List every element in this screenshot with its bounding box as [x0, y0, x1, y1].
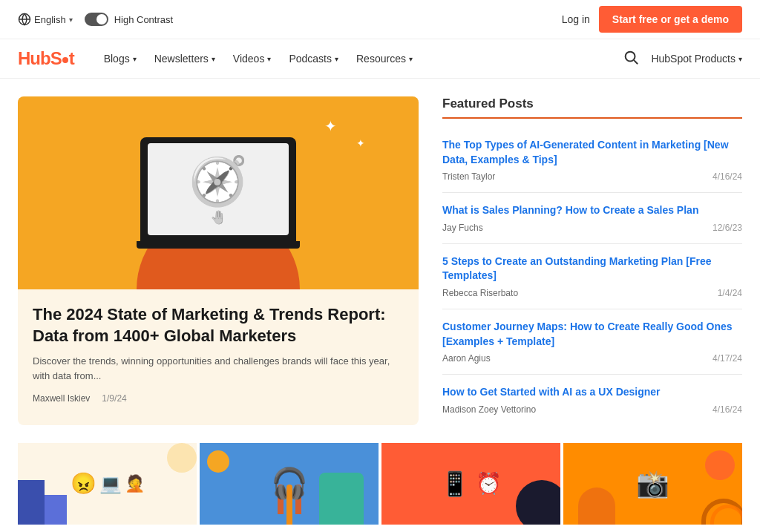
- featured-posts-title: Featured Posts: [442, 96, 742, 119]
- toggle-knob: [96, 14, 107, 24]
- card-2-icon: 🎧: [271, 466, 308, 501]
- post-title[interactable]: The Top Types of AI-Generated Content in…: [442, 138, 742, 167]
- newsletters-chevron: ▾: [212, 55, 215, 63]
- login-button[interactable]: Log in: [562, 13, 590, 25]
- card-1-laptop-icon: 💻: [99, 473, 122, 494]
- high-contrast-toggle[interactable]: High Contrast: [85, 13, 173, 26]
- nav-podcasts[interactable]: Podcasts ▾: [289, 53, 338, 65]
- hero-body: The 2024 State of Marketing & Trends Rep…: [18, 289, 419, 421]
- sparkle-icon: ✦: [324, 117, 337, 135]
- sparkle-icon-2: ✦: [356, 137, 365, 149]
- high-contrast-label: High Contrast: [114, 14, 173, 25]
- toggle-switch[interactable]: [85, 13, 108, 26]
- hero-title: The 2024 State of Marketing & Trends Rep…: [33, 304, 404, 347]
- hubspot-logo[interactable]: HubSt: [18, 48, 74, 69]
- nav-newsletters[interactable]: Newsletters ▾: [154, 53, 215, 65]
- bottom-card-4[interactable]: 📸: [563, 443, 742, 525]
- main-nav: HubSt Blogs ▾ Newsletters ▾ Videos ▾ Pod…: [0, 39, 760, 79]
- svg-point-1: [626, 51, 635, 61]
- blogs-chevron: ▾: [133, 55, 137, 63]
- post-author: Jay Fuchs: [442, 223, 483, 233]
- post-title[interactable]: How to Get Started with AI as a UX Desig…: [442, 385, 742, 400]
- products-chevron: ▾: [738, 55, 742, 63]
- bottom-cards-row: 😠 💻 🤦 🎧 📱 ⏰ 📸: [0, 443, 760, 532]
- bottom-card-3[interactable]: 📱 ⏰: [381, 443, 560, 525]
- cta-button[interactable]: Start free or get a demo: [599, 6, 742, 33]
- top-bar: English ▾ High Contrast Log in Start fre…: [0, 0, 760, 39]
- top-bar-right: Log in Start free or get a demo: [562, 6, 742, 33]
- post-title[interactable]: 5 Steps to Create an Outstanding Marketi…: [442, 254, 742, 283]
- post-meta: Aaron Agius 4/17/24: [442, 353, 742, 364]
- list-item: 5 Steps to Create an Outstanding Marketi…: [442, 244, 742, 309]
- language-label: English: [34, 14, 66, 25]
- videos-chevron: ▾: [267, 55, 271, 63]
- list-item: The Top Types of AI-Generated Content in…: [442, 128, 742, 193]
- search-icon[interactable]: [623, 49, 639, 69]
- card-1-icon: 😠: [71, 471, 96, 496]
- globe-icon: [18, 13, 31, 26]
- post-meta: Rebecca Riserbato 1/4/24: [442, 288, 742, 298]
- hero-image: ✦ ✦ 🧭 🤚: [18, 96, 419, 289]
- hero-meta: Maxwell Iskiev 1/9/24: [33, 393, 404, 404]
- nav-resources[interactable]: Resources ▾: [356, 53, 413, 65]
- post-author: Tristen Taylor: [442, 171, 495, 182]
- list-item: What is Sales Planning? How to Create a …: [442, 193, 742, 244]
- nav-right: HubSpot Products ▾: [623, 49, 742, 69]
- nav-items: Blogs ▾ Newsletters ▾ Videos ▾ Podcasts …: [104, 53, 600, 65]
- post-title[interactable]: Customer Journey Maps: How to Create Rea…: [442, 320, 742, 349]
- hero-date: 1/9/24: [102, 393, 126, 404]
- post-date: 4/16/24: [712, 404, 742, 415]
- post-author: Aaron Agius: [442, 353, 491, 364]
- card-3-phone-icon: 📱: [440, 470, 470, 498]
- hero-excerpt: Discover the trends, winning opportuniti…: [33, 354, 404, 383]
- hero-article: ✦ ✦ 🧭 🤚 The 2024 State of Marketing & T: [18, 96, 419, 425]
- post-meta: Madison Zoey Vettorino 4/16/24: [442, 404, 742, 415]
- post-author: Madison Zoey Vettorino: [442, 404, 536, 415]
- post-author: Rebecca Riserbato: [442, 288, 518, 298]
- post-date: 12/6/23: [712, 223, 742, 233]
- top-bar-left: English ▾ High Contrast: [18, 13, 173, 26]
- card-3-clock-icon: ⏰: [476, 471, 502, 496]
- bottom-card-1[interactable]: 😠 💻 🤦: [18, 443, 197, 525]
- post-meta: Jay Fuchs 12/6/23: [442, 223, 742, 233]
- post-date: 1/4/24: [718, 288, 742, 298]
- post-title[interactable]: What is Sales Planning? How to Create a …: [442, 203, 742, 218]
- hero-author: Maxwell Iskiev: [33, 393, 90, 404]
- featured-posts: Featured Posts The Top Types of AI-Gener…: [442, 96, 742, 425]
- post-date: 4/16/24: [712, 171, 742, 182]
- language-chevron: ▾: [69, 16, 73, 24]
- language-selector[interactable]: English ▾: [18, 13, 73, 26]
- bottom-card-2[interactable]: 🎧: [200, 443, 379, 525]
- card-4-icon: 📸: [636, 468, 669, 499]
- main-content: ✦ ✦ 🧭 🤚 The 2024 State of Marketing & T: [0, 79, 760, 443]
- post-meta: Tristen Taylor 4/16/24: [442, 171, 742, 182]
- nav-blogs[interactable]: Blogs ▾: [104, 53, 137, 65]
- hubspot-products-nav[interactable]: HubSpot Products ▾: [651, 53, 742, 65]
- nav-videos[interactable]: Videos ▾: [233, 53, 272, 65]
- svg-line-2: [635, 60, 638, 64]
- post-date: 4/17/24: [712, 353, 742, 364]
- card-1-person-icon: 🤦: [125, 474, 145, 493]
- resources-chevron: ▾: [409, 55, 413, 63]
- list-item: How to Get Started with AI as a UX Desig…: [442, 375, 742, 425]
- podcasts-chevron: ▾: [335, 55, 338, 63]
- list-item: Customer Journey Maps: How to Create Rea…: [442, 309, 742, 375]
